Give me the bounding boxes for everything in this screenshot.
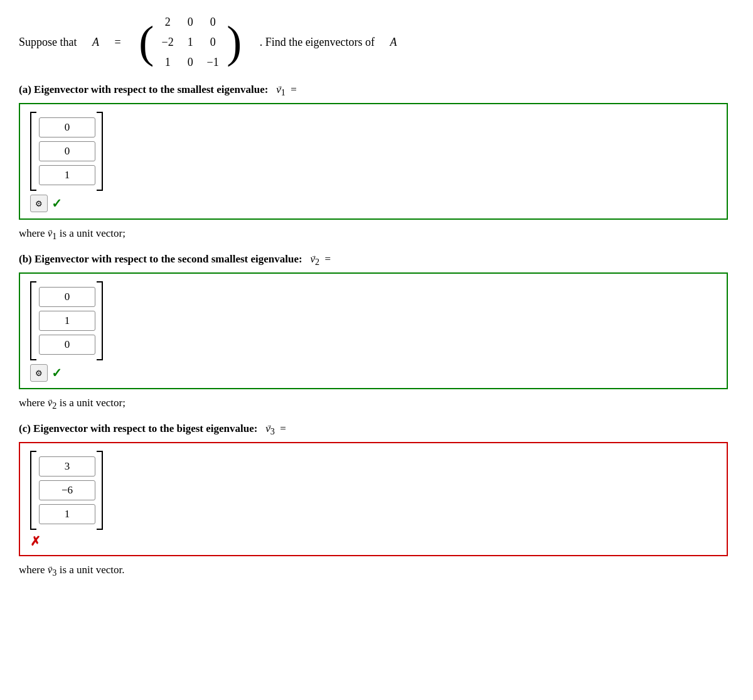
part-b-vector-display [30, 281, 717, 360]
bracket-tl-c [30, 451, 36, 460]
matrix-cell-12: 0 [210, 36, 216, 49]
matrix-display: ( 2 0 0 −2 1 0 1 0 −1 ) [139, 13, 242, 72]
bracket-ml-c [30, 460, 36, 521]
part-b-input-0[interactable] [39, 287, 95, 307]
matrix-cell-21: 0 [188, 56, 193, 69]
part-b-footer-text: where v⃗2 is a unit vector; [19, 397, 734, 411]
part-a-vec-label: v⃗1 [276, 83, 286, 98]
part-c-label: (c) Eigenvector with respect to the bige… [19, 423, 286, 434]
matrix-cell-00: 2 [165, 16, 171, 29]
part-a-submit-btn[interactable]: ⚙ [30, 195, 48, 212]
part-c-input-0[interactable] [39, 456, 95, 477]
part-c-submit-area: ✗ [30, 534, 717, 549]
part-c-answer-box: ✗ [19, 442, 728, 556]
bracket-tr-c [97, 451, 103, 460]
header-matrix-var2: A [390, 36, 397, 49]
part-b-inputs [39, 284, 95, 357]
part-b-input-1[interactable] [39, 311, 95, 331]
part-b-footer: where v⃗2 is a unit vector; [19, 397, 734, 411]
part-a-input-1[interactable] [39, 141, 95, 161]
header-equals: = [115, 36, 121, 49]
part-b-label: (b) Eigenvector with respect to the seco… [19, 253, 331, 265]
bracket-br-c [97, 521, 103, 530]
part-a-footer: where v⃗1 is a unit vector; [19, 227, 734, 242]
part-c-inputs [39, 454, 95, 527]
header-prefix: Suppose that [19, 36, 77, 49]
part-a-question: (a) Eigenvector with respect to the smal… [19, 83, 734, 98]
part-c-input-1[interactable] [39, 480, 95, 500]
part-c-bracket-right [97, 451, 104, 530]
matrix-bracket-right: ) [227, 19, 242, 65]
part-b-bracket-left [30, 281, 38, 360]
part-a-label: (a) Eigenvector with respect to the smal… [19, 83, 297, 95]
bracket-bl-c [30, 521, 36, 530]
bracket-mr-c [97, 460, 103, 521]
bracket-tr-a [97, 112, 103, 121]
part-b-answer-box: ⚙ ✓ [19, 272, 728, 389]
part-b-status: ✓ [51, 365, 62, 380]
part-c-footer: where v⃗3 is a unit vector. [19, 564, 734, 578]
bracket-tl-b [30, 281, 36, 290]
part-c-footer-text: where v⃗3 is a unit vector. [19, 564, 734, 578]
part-b-submit-area: ⚙ ✓ [30, 364, 717, 382]
part-b-submit-btn[interactable]: ⚙ [30, 364, 48, 382]
bracket-br-a [97, 182, 103, 191]
bracket-bl-b [30, 352, 36, 360]
matrix-cell-22: −1 [207, 56, 219, 69]
bracket-bl-a [30, 182, 36, 191]
part-c-vec-label: v⃗3 [265, 423, 275, 437]
part-b-input-2[interactable] [39, 335, 95, 355]
matrix-cell-20: 1 [165, 56, 171, 69]
part-b-bracket-right [97, 281, 104, 360]
part-a-inputs [39, 115, 95, 188]
part-c-status: ✗ [30, 534, 41, 549]
part-a-bold-label: (a) Eigenvector with respect to the smal… [19, 83, 268, 95]
bracket-ml-b [30, 290, 36, 352]
matrix-cell-10: −2 [162, 36, 174, 49]
bracket-mr-b [97, 290, 103, 352]
part-a-status: ✓ [51, 196, 62, 211]
matrix-values: 2 0 0 −2 1 0 1 0 −1 [156, 13, 224, 72]
matrix-cell-02: 0 [210, 16, 216, 29]
bracket-br-b [97, 352, 103, 360]
matrix-bracket-left: ( [139, 19, 154, 65]
part-a-bracket-left [30, 112, 38, 191]
part-b-question: (b) Eigenvector with respect to the seco… [19, 252, 734, 267]
matrix-cell-11: 1 [188, 36, 193, 49]
part-a-bracket-right [97, 112, 104, 191]
part-a-input-0[interactable] [39, 117, 95, 137]
part-c-bold-label: (c) Eigenvector with respect to the bige… [19, 423, 257, 434]
bracket-tl-a [30, 112, 36, 121]
part-c-input-2[interactable] [39, 504, 95, 524]
part-c-bracket-left [30, 451, 38, 530]
part-a-answer-box: ⚙ ✓ [19, 103, 728, 220]
part-a-footer-text: where v⃗1 is a unit vector; [19, 227, 734, 242]
part-a-submit-area: ⚙ ✓ [30, 195, 717, 212]
matrix-cell-01: 0 [188, 16, 193, 29]
problem-header: Suppose that A = ( 2 0 0 −2 1 0 1 0 −1 )… [19, 13, 734, 72]
part-a-input-2[interactable] [39, 165, 95, 185]
bracket-ml-a [30, 121, 36, 182]
part-c-question: (c) Eigenvector with respect to the bige… [19, 422, 734, 437]
part-b-vec-label: v⃗2 [310, 253, 319, 267]
part-c-vector-display [30, 451, 717, 530]
bracket-mr-a [97, 121, 103, 182]
part-b-bold-label: (b) Eigenvector with respect to the seco… [19, 253, 302, 265]
part-a-vector-display [30, 112, 717, 191]
header-suffix: . Find the eigenvectors of [260, 36, 375, 49]
bracket-tr-b [97, 281, 103, 290]
header-matrix-var: A [92, 36, 99, 49]
